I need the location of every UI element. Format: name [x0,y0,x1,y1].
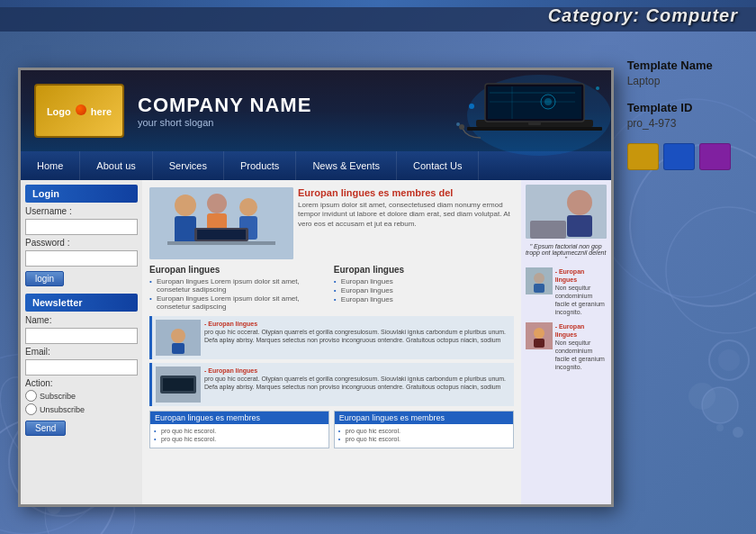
login-button[interactable]: login [25,271,64,286]
site-sidebar: Login Username : Password : login Newsle… [21,180,142,504]
newsletter-header: Newsletter [25,294,138,312]
site-header: Logo here COMPANY NAME your short slogan [21,70,611,151]
svg-rect-21 [467,127,602,131]
main-content: Logo here COMPANY NAME your short slogan [18,32,756,534]
site-body: Login Username : Password : login Newsle… [21,180,611,504]
site-top-section: Europan lingues es membres del Lorem ips… [149,187,514,259]
news-text-1: - Europan lingues pro quo hic occerat. O… [204,320,510,356]
name-label: Name: [25,315,138,325]
name-input[interactable] [25,328,138,344]
site-top-text: Europan lingues es membres del Lorem ips… [298,187,514,259]
svg-rect-46 [172,343,184,354]
info-panel: Template Name Laptop Template ID pro_4-9… [614,32,756,534]
two-column-section: Europan lingues Europan lingues Lorem ip… [149,265,514,312]
svg-point-58 [534,328,544,339]
right-news-body-2: Non sequitur condominium facile et geran… [555,339,605,370]
right-news-item-2: - Europan lingues Non sequitur condomini… [526,322,607,372]
svg-rect-53 [530,221,566,239]
password-label: Password : [25,238,138,248]
svg-rect-41 [167,241,275,245]
news-text-2: - Europan lingues pro quo hic occerat. O… [204,367,510,403]
nav-news[interactable]: News & Events [296,151,397,180]
password-input[interactable] [25,250,138,267]
right-news-svg-1 [526,267,553,294]
site-main-content: Europan lingues es membres del Lorem ips… [142,180,521,504]
bottom-box-2-item-2: pro quo hic escorol. [338,436,509,442]
logo-dot [76,104,86,115]
bottom-box-1: Europan lingues es membres pro quo hic e… [149,411,329,448]
col2-heading: Europan lingues [334,265,514,275]
col2-item-1: Europan lingues [334,277,514,285]
svg-rect-59 [534,339,544,348]
svg-rect-36 [175,216,196,243]
bottom-box-1-item-2: pro quo hic escorol. [154,436,325,442]
col2-item-3: Europan lingues [334,295,514,303]
bottom-box-1-item-1: pro quo hic escorol. [154,428,325,434]
template-name-label: Template Name [627,59,742,72]
col2-item-2: Europan lingues [334,286,514,294]
col1-item-2: Europan lingues Lorem ipsum dolor sit am… [149,294,329,311]
subscribe-option[interactable]: Subscribe [25,390,138,402]
right-news-text-2: - Europan lingues Non sequitur condomini… [555,322,607,372]
svg-point-45 [171,329,185,343]
send-button[interactable]: Send [25,421,66,436]
right-news-item-1: - Europan lingues Non sequitur condomini… [526,267,607,317]
right-news-text-1: - Europan lingues Non sequitur condomini… [555,267,607,317]
login-header: Login [25,185,138,203]
nav-home[interactable]: Home [21,151,80,180]
username-input[interactable] [25,219,138,235]
right-top-image [526,185,607,239]
svg-point-55 [534,273,544,284]
news-image-1 [156,320,201,356]
col1-item-1: Europan lingues Lorem ipsum dolor sit am… [149,277,329,294]
svg-rect-29 [528,122,541,125]
bottom-box-2-header: Europan lingues es membres [335,412,513,424]
right-news-svg-2 [526,322,553,349]
action-radio-group: Subscribe Unsubscribe [25,389,138,416]
top-heading: Europan lingues es membres del [298,187,514,198]
svg-point-35 [175,195,196,216]
news-block-2: - Europan lingues pro quo hic occerat. O… [149,363,514,406]
swatch-purple[interactable] [699,143,731,170]
company-slogan: your short slogan [138,117,311,128]
top-strip [0,0,756,7]
right-img-svg [526,185,607,239]
right-caption: " Epsum factorial non gop tropp ont lapt… [526,243,607,262]
swatch-gold[interactable] [627,143,659,170]
email-input[interactable] [25,359,138,376]
svg-point-28 [544,98,552,105]
template-id-label: Template ID [627,101,742,114]
svg-point-39 [239,198,257,216]
website-preview: Logo here COMPANY NAME your short slogan [18,68,614,507]
nav-products[interactable]: Products [224,151,296,180]
bottom-two-col: Europan lingues es membres pro quo hic e… [149,411,514,448]
news-block-1: - Europan lingues pro quo hic occerat. O… [149,316,514,359]
unsubscribe-option[interactable]: Unsubscribe [25,403,138,415]
email-label: Email: [25,347,138,357]
svg-point-31 [596,86,599,90]
login-section: Login Username : Password : login [25,185,138,286]
svg-point-37 [207,194,227,213]
action-label: Action: [25,378,138,388]
subscribe-label: Subscribe [40,392,76,401]
laptop-image [404,70,611,156]
company-info: COMPANY NAME your short slogan [138,94,311,128]
logo-box: Logo here [34,84,124,138]
svg-rect-43 [197,230,246,240]
nav-services[interactable]: Services [153,151,224,180]
svg-rect-52 [567,215,592,237]
col1-heading: Europan lingues [149,265,329,275]
bottom-box-1-header: Europan lingues es membres [150,412,328,424]
nav-about[interactable]: About us [80,151,152,180]
right-news-img-2 [526,322,553,349]
template-name-value: Laptop [627,75,742,87]
username-label: Username : [25,206,138,216]
column-left: Europan lingues Europan lingues Lorem ip… [149,265,329,312]
news-image-2 [156,367,201,403]
svg-point-32 [456,122,460,126]
swatch-blue[interactable] [663,143,695,170]
svg-point-51 [567,190,592,215]
right-news-link-2: - Europan lingues [555,323,585,338]
template-id-value: pro_4-973 [627,117,742,130]
right-news-img-1 [526,267,553,294]
